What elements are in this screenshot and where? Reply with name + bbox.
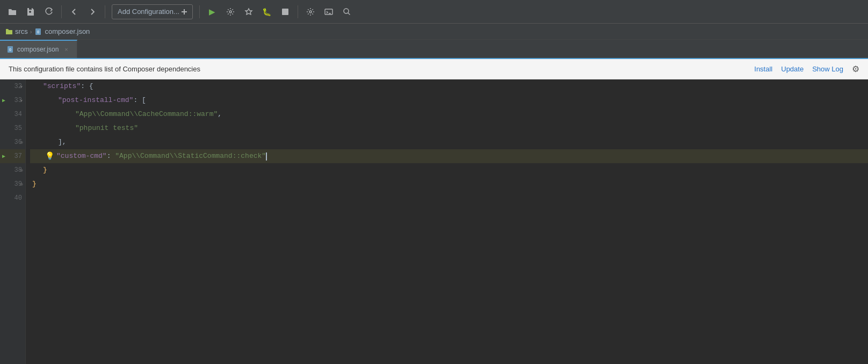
stop-button[interactable] [277, 4, 293, 20]
line-number-32: 32 ▾ [0, 79, 25, 93]
run-marker-33[interactable]: ▶ [2, 97, 5, 104]
line-number-39: 39 ⊖ [0, 177, 25, 191]
separator-2 [105, 5, 105, 18]
coverage-button[interactable] [241, 4, 257, 20]
breadcrumb-file: composer.json [45, 27, 90, 35]
run-terminal-button[interactable] [321, 4, 337, 20]
line-number-40: 40 [0, 191, 25, 205]
bulb-icon[interactable]: 💡 [45, 149, 54, 163]
fold-marker-32[interactable]: ▾ [19, 83, 23, 90]
line-number-37: ▶ 37 [0, 149, 25, 163]
folder-icon [5, 28, 13, 35]
separator-4 [298, 5, 298, 18]
build-button[interactable] [222, 4, 238, 20]
forward-button[interactable] [84, 4, 100, 20]
update-link[interactable]: Update [781, 65, 804, 73]
refresh-button[interactable] [41, 4, 57, 20]
breadcrumb-separator: › [30, 28, 32, 35]
add-configuration-button[interactable]: Add Configuration... [112, 4, 193, 19]
search-button[interactable] [339, 4, 355, 20]
add-config-label: Add Configuration... [118, 8, 179, 16]
fold-marker-36: ⊖ [20, 140, 23, 145]
cursor [266, 152, 267, 161]
tab-bar: {} composer.json × [0, 40, 868, 59]
gear-icon[interactable]: ⚙ [852, 64, 859, 74]
fold-marker-33[interactable]: ▾ [19, 97, 23, 104]
svg-rect-1 [282, 9, 288, 15]
breadcrumb-root[interactable]: srcs [15, 27, 28, 35]
svg-point-4 [344, 9, 349, 13]
info-actions: Install Update Show Log ⚙ [754, 64, 859, 74]
line-number-38: 38 ⊖ [0, 163, 25, 177]
svg-point-2 [309, 11, 312, 13]
line-number-36: 36 ⊖ [0, 135, 25, 149]
line-number-34: 34 [0, 107, 25, 121]
code-line-38: } [30, 163, 868, 177]
fold-marker-39: ⊖ [20, 181, 23, 187]
save-button[interactable] [23, 4, 39, 20]
code-line-39: } [30, 177, 868, 191]
tab-close-button[interactable]: × [62, 45, 70, 54]
code-line-34: "App\\Command\\CacheCommand::warm", [30, 107, 868, 121]
open-folder-button[interactable] [4, 4, 20, 20]
code-line-35: "phpunit tests" [30, 121, 868, 135]
line-numbers-gutter: 32 ▾ ▶ 33 ▾ 34 35 36 ⊖ ▶ 37 38 ⊖ [0, 79, 26, 364]
tab-file-icon: {} [6, 46, 14, 53]
code-line-32: "scripts": { [30, 79, 868, 93]
back-button[interactable] [66, 4, 82, 20]
code-line-37: 💡 "custom-cmd": "App\\Command\\StaticCom… [30, 149, 868, 163]
code-line-36: ], [30, 135, 868, 149]
code-line-40 [30, 191, 868, 205]
line-number-35: 35 [0, 121, 25, 135]
info-message: This configuration file contains list of… [9, 65, 748, 73]
code-editor[interactable]: "scripts": { "post-install-cmd": [ "App\… [26, 79, 868, 364]
breadcrumb: srcs › {} composer.json [0, 24, 868, 40]
show-log-link[interactable]: Show Log [812, 65, 843, 73]
svg-text:{}: {} [37, 30, 39, 33]
info-bar: This configuration file contains list of… [0, 59, 868, 79]
debug-run-button[interactable]: 🐛 [259, 4, 275, 20]
separator-3 [199, 5, 200, 18]
tab-label: composer.json [17, 46, 59, 53]
run-marker-37[interactable]: ▶ [2, 153, 5, 159]
file-icon: {} [34, 28, 42, 35]
editor: 32 ▾ ▶ 33 ▾ 34 35 36 ⊖ ▶ 37 38 ⊖ [0, 79, 868, 364]
settings-button[interactable] [302, 4, 319, 20]
code-line-33: "post-install-cmd": [ [30, 93, 868, 107]
separator-1 [61, 5, 62, 18]
fold-marker-38: ⊖ [20, 168, 23, 173]
line-number-33: ▶ 33 ▾ [0, 93, 25, 107]
svg-text:{}: {} [9, 48, 11, 51]
toolbar: Add Configuration... ▶ 🐛 [0, 0, 868, 24]
run-button[interactable]: ▶ [204, 4, 220, 20]
install-link[interactable]: Install [754, 65, 772, 73]
tab-composer-json[interactable]: {} composer.json × [0, 40, 77, 58]
svg-point-0 [229, 11, 232, 13]
